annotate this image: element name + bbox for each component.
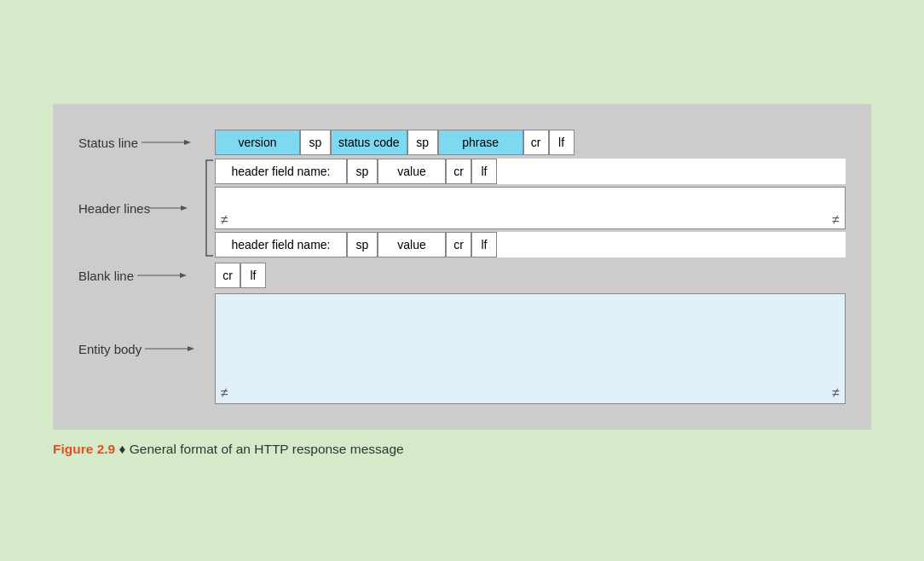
header-row2: header field name: sp value cr lf: [215, 232, 846, 257]
blank-line-label: Blank line: [78, 269, 134, 283]
cr1-cell: cr: [523, 130, 549, 155]
sp3-cell: sp: [347, 159, 378, 184]
entity-left-tick: ≠: [221, 386, 228, 400]
svg-marker-3: [181, 205, 188, 211]
blank-line-row: Blank line cr lf: [78, 263, 846, 288]
lf2-cell: lf: [471, 159, 497, 184]
diagram-area: Status line version sp status code sp ph…: [53, 104, 871, 430]
cr2-cell: cr: [446, 159, 471, 184]
main-container: Status line version sp status code sp ph…: [53, 104, 871, 457]
sp2-cell: sp: [407, 130, 438, 155]
blank-line-arrow: [137, 267, 188, 284]
header-lines-wrapper: Header lines header field name: sp value: [78, 159, 846, 257]
blank-line-cells: cr lf: [215, 263, 266, 288]
entity-right-tick: ≠: [832, 386, 840, 400]
header-bracket-svg: [203, 159, 215, 257]
entity-body-box: ≠ ≠: [215, 293, 846, 404]
header-lines-label: Header lines: [78, 201, 150, 216]
status-line-row: Status line version sp status code sp ph…: [78, 130, 846, 155]
header-row1: header field name: sp value cr lf: [215, 159, 846, 184]
sp1-cell: sp: [300, 130, 331, 155]
header-gap-area: ≠ ≠: [215, 187, 846, 229]
figure-diamond: ♦: [119, 442, 126, 456]
cr4-cell: cr: [215, 263, 240, 288]
figure-number: Figure 2.9: [53, 442, 115, 456]
entity-body-label-col: Entity body: [78, 340, 215, 357]
entity-body-arrow: [145, 340, 196, 357]
status-line-arrow: [141, 134, 193, 151]
header-lines-label-area: Header lines: [78, 159, 215, 257]
figure-caption: Figure 2.9 ♦ General format of an HTTP r…: [53, 442, 871, 457]
cr3-cell: cr: [446, 232, 471, 257]
phrase-cell: phrase: [438, 130, 523, 155]
svg-marker-5: [180, 273, 187, 278]
header-lines-arrow: [174, 200, 225, 217]
blank-line-label-col: Blank line: [78, 267, 215, 284]
right-tick: ≠: [832, 213, 840, 227]
svg-marker-7: [188, 346, 194, 351]
lf1-cell: lf: [549, 130, 575, 155]
svg-marker-1: [184, 140, 191, 145]
value1-cell: value: [378, 159, 446, 184]
lf4-cell: lf: [240, 263, 266, 288]
entity-body-row: Entity body ≠ ≠: [78, 293, 846, 404]
lf3-cell: lf: [471, 232, 497, 257]
status-code-cell: status code: [331, 130, 407, 155]
status-line-label: Status line: [78, 136, 138, 150]
status-line-label-col: Status line: [78, 134, 215, 151]
header-lines-content: header field name: sp value cr lf ≠ ≠ he…: [215, 159, 846, 257]
header-field-name2-cell: header field name:: [215, 232, 347, 257]
figure-text: General format of an HTTP response messa…: [130, 442, 404, 456]
header-field-name1-cell: header field name:: [215, 159, 347, 184]
value2-cell: value: [378, 232, 446, 257]
status-line-cells: version sp status code sp phrase cr lf: [215, 130, 575, 155]
version-cell: version: [215, 130, 300, 155]
entity-body-label: Entity body: [78, 342, 141, 356]
sp4-cell: sp: [347, 232, 378, 257]
